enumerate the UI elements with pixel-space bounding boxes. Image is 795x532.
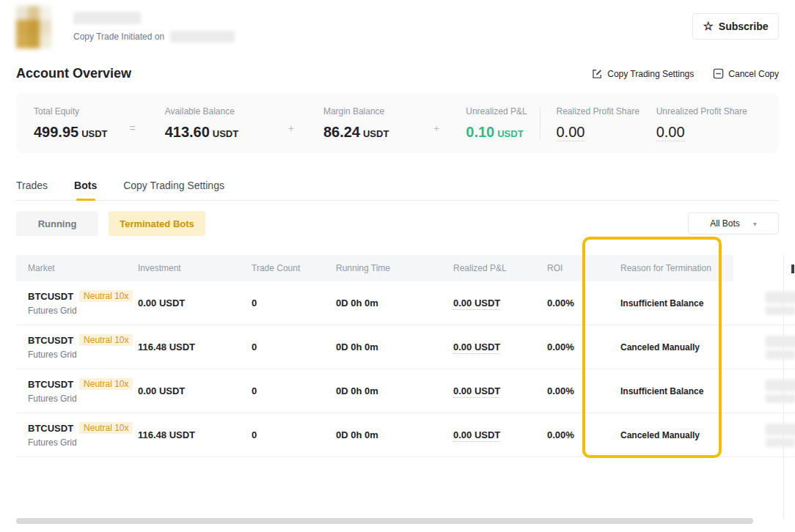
leverage-badge: Neutral 10x: [79, 290, 133, 302]
col-header-roi: ROI: [535, 263, 609, 273]
table-row: BTCUSDTNeutral 10x Futures Grid 0.00 USD…: [16, 281, 795, 325]
action-link-blurred[interactable]: [766, 380, 795, 391]
col-header-trade-count: Trade Count: [240, 263, 324, 273]
trader-avatar-blurred: [16, 6, 51, 48]
running-time-cell: 0D 0h 0m: [324, 341, 442, 352]
termination-reason-cell: Canceled Manually: [609, 342, 733, 352]
trade-count-cell: 0: [240, 429, 324, 440]
trade-count-cell: 0: [240, 385, 324, 396]
stat-available-balance: Available Balance 413.60USDT: [165, 106, 278, 141]
table-row: BTCUSDTNeutral 10x Futures Grid 116.48 U…: [16, 325, 795, 369]
copy-trading-settings-link[interactable]: Copy Trading Settings: [592, 68, 694, 79]
bot-type-label: Futures Grid: [28, 394, 126, 404]
action-link-blurred[interactable]: [766, 424, 795, 435]
realized-pnl-cell: 0.00 USDT: [442, 385, 535, 396]
stat-margin-balance: Margin Balance 86.24USDT: [323, 106, 423, 141]
copy-trade-initiated-label: Copy Trade Initiated on: [73, 32, 164, 42]
minus-square-icon: [713, 68, 724, 79]
page-title: Account Overview: [16, 66, 131, 81]
leverage-badge: Neutral 10x: [79, 422, 133, 434]
action-cell: [733, 336, 795, 359]
realized-pnl-cell: 0.00 USDT: [442, 429, 535, 440]
tab-trades[interactable]: Trades: [16, 180, 48, 191]
stat-unrealized-pnl: Unrealized P&L 0.10USDT: [466, 106, 539, 141]
cancel-copy-link[interactable]: Cancel Copy: [713, 68, 779, 79]
market-cell: BTCUSDTNeutral 10x Futures Grid: [16, 334, 126, 360]
bot-type-label: Futures Grid: [28, 350, 126, 360]
all-bots-dropdown[interactable]: All Bots ▾: [688, 213, 779, 234]
action-link-blurred[interactable]: [766, 292, 795, 303]
col-header-realized-pnl: Realized P&L: [442, 263, 535, 273]
action-link-blurred[interactable]: [766, 438, 795, 447]
main-tabs: Trades Bots Copy Trading Settings: [16, 180, 779, 201]
market-cell: BTCUSDTNeutral 10x Futures Grid: [16, 290, 126, 316]
plus-operator: +: [433, 122, 439, 134]
all-bots-selected-value: All Bots: [710, 218, 740, 229]
edit-icon: [592, 68, 603, 79]
col-header-reason: Reason for Termination: [609, 263, 733, 273]
roi-cell: 0.00%: [535, 385, 609, 396]
table-header-row: Market Investment Trade Count Running Ti…: [16, 255, 795, 281]
col-header-investment: Investment: [126, 263, 240, 273]
col-header-market: Market: [16, 263, 126, 273]
stats-divider: [540, 107, 541, 139]
investment-cell: 116.48 USDT: [126, 341, 240, 352]
col-header-running-time: Running Time: [324, 263, 442, 273]
bot-type-label: Futures Grid: [28, 437, 126, 448]
tab-copy-trading-settings[interactable]: Copy Trading Settings: [123, 180, 224, 191]
action-link-blurred[interactable]: [766, 306, 795, 315]
running-filter-button[interactable]: Running: [16, 211, 98, 236]
trade-count-cell: 0: [240, 298, 324, 309]
roi-cell: 0.00%: [535, 298, 609, 309]
bot-type-label: Futures Grid: [28, 306, 126, 316]
table-row: BTCUSDTNeutral 10x Futures Grid 116.48 U…: [16, 413, 795, 457]
running-time-cell: 0D 0h 0m: [324, 385, 442, 396]
equals-operator: =: [129, 122, 135, 134]
plus-operator: +: [288, 122, 294, 134]
account-stats-card: Total Equity 499.95USDT = Available Bala…: [16, 93, 779, 153]
leverage-badge: Neutral 10x: [79, 378, 133, 390]
investment-cell: 0.00 USDT: [126, 385, 240, 396]
stat-realized-profit-share: Realized Profit Share 0.00: [556, 106, 656, 141]
copy-trading-settings-label: Copy Trading Settings: [607, 69, 694, 79]
roi-cell: 0.00%: [535, 341, 609, 352]
market-cell: BTCUSDTNeutral 10x Futures Grid: [16, 422, 126, 448]
table-row: BTCUSDTNeutral 10x Futures Grid 0.00 USD…: [16, 369, 795, 413]
realized-pnl-cell: 0.00 USDT: [442, 298, 535, 309]
market-cell: BTCUSDTNeutral 10x Futures Grid: [16, 378, 126, 404]
terminated-bots-filter-button[interactable]: Terminated Bots: [109, 211, 205, 236]
star-icon: ☆: [703, 21, 713, 32]
action-link-blurred[interactable]: [766, 336, 795, 347]
trader-name-blurred: [73, 12, 141, 24]
terminated-bots-table: Market Investment Trade Count Running Ti…: [16, 255, 795, 519]
leverage-badge: Neutral 10x: [79, 334, 133, 346]
stat-total-equity: Total Equity 499.95USDT: [34, 106, 119, 141]
roi-cell: 0.00%: [535, 429, 609, 440]
trade-count-cell: 0: [240, 341, 324, 352]
cancel-copy-label: Cancel Copy: [728, 69, 779, 79]
subscribe-label: Subscribe: [719, 21, 769, 32]
action-cell: [733, 380, 795, 403]
action-cell: [733, 424, 795, 447]
termination-reason-cell: Insufficient Balance: [609, 386, 733, 396]
chevron-down-icon: ▾: [753, 220, 757, 228]
running-time-cell: 0D 0h 0m: [324, 298, 442, 309]
stat-unrealized-profit-share: Unrealized Profit Share 0.00: [656, 106, 761, 141]
termination-reason-cell: Insufficient Balance: [609, 298, 733, 309]
clipped-header-text-fragment: [791, 265, 794, 273]
pinned-column-divider: [783, 255, 784, 519]
action-cell: [733, 292, 795, 315]
subscribe-button[interactable]: ☆ Subscribe: [692, 13, 779, 40]
action-link-blurred[interactable]: [766, 350, 795, 359]
col-header-action-clipped: [733, 255, 795, 281]
trader-header: Copy Trade Initiated on ☆ Subscribe: [16, 6, 779, 51]
tab-bots[interactable]: Bots: [74, 180, 97, 191]
action-link-blurred[interactable]: [766, 394, 795, 403]
investment-cell: 0.00 USDT: [126, 298, 240, 309]
running-time-cell: 0D 0h 0m: [324, 429, 442, 440]
initiated-date-blurred: [170, 31, 235, 43]
horizontal-scrollbar-thumb[interactable]: [16, 518, 753, 524]
realized-pnl-cell: 0.00 USDT: [442, 341, 535, 352]
investment-cell: 116.48 USDT: [126, 429, 240, 440]
termination-reason-cell: Canceled Manually: [609, 430, 733, 440]
